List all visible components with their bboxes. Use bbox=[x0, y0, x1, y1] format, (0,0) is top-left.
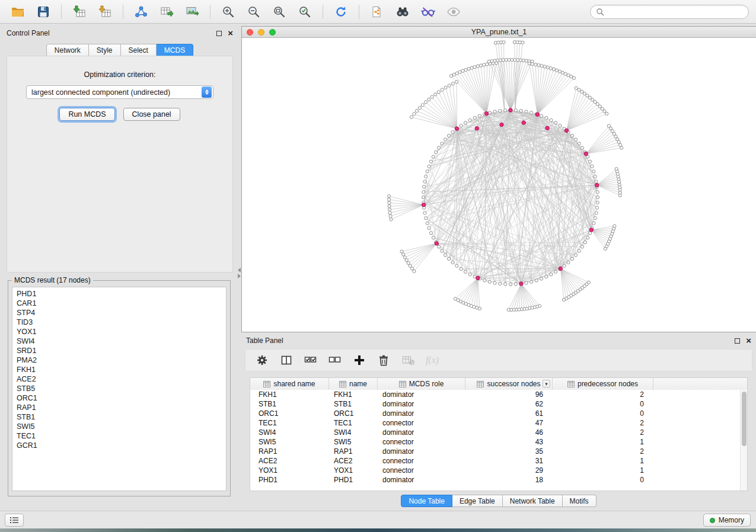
toolbar-separator bbox=[61, 5, 62, 19]
show-columns-button[interactable] bbox=[279, 353, 294, 367]
table-row[interactable]: TEC1TEC1connector472 bbox=[250, 418, 740, 428]
export-image-button[interactable] bbox=[181, 3, 203, 21]
app-window: Control Panel × NetworkStyleSelectMCDS O… bbox=[0, 0, 756, 532]
tab-mcds[interactable]: MCDS bbox=[157, 44, 193, 57]
float-panel-button[interactable] bbox=[216, 31, 222, 36]
add-column-button[interactable] bbox=[352, 353, 366, 367]
mcds-button-row: Run MCDS Close panel bbox=[7, 108, 232, 121]
glasses-icon bbox=[421, 5, 435, 18]
vertical-splitter[interactable] bbox=[237, 26, 241, 508]
column-header-name[interactable]: name bbox=[329, 378, 378, 390]
close-panel-button[interactable]: × bbox=[228, 30, 233, 36]
zoom-fit-icon bbox=[273, 5, 286, 18]
import-table-button[interactable] bbox=[94, 3, 116, 21]
network-from-clipboard-button[interactable] bbox=[366, 3, 388, 21]
mcds-result-item[interactable]: ACE2 bbox=[12, 374, 226, 384]
search-input[interactable] bbox=[607, 8, 743, 16]
column-header-shared-name[interactable]: shared name bbox=[250, 378, 329, 390]
apply-layout-button[interactable] bbox=[330, 3, 352, 21]
mcds-result-item[interactable]: ORC1 bbox=[12, 393, 226, 403]
table-row[interactable]: YOX1YOX1connector291 bbox=[250, 466, 740, 475]
table-row[interactable]: PHD1PHD1dominator180 bbox=[250, 475, 740, 485]
save-session-button[interactable] bbox=[33, 3, 54, 21]
tab-network-table[interactable]: Network Table bbox=[503, 495, 563, 507]
folder-icon bbox=[11, 5, 25, 18]
table-row[interactable]: ORC1ORC1dominator610 bbox=[250, 409, 740, 418]
mcds-result-item[interactable]: STP4 bbox=[12, 308, 226, 318]
mcds-result-item[interactable]: PHD1 bbox=[12, 289, 226, 299]
mcds-result-item[interactable]: TEC1 bbox=[12, 431, 226, 441]
select-all-columns-button[interactable] bbox=[304, 353, 318, 367]
zoom-out-button[interactable] bbox=[243, 3, 264, 21]
find-button[interactable] bbox=[392, 3, 413, 21]
mcds-result-list: PHD1CAR1STP4TID3YOX1SWI4SRD1PMA2FKH1ACE2… bbox=[12, 287, 227, 491]
zoom-in-button[interactable] bbox=[218, 3, 239, 21]
tab-edge-table[interactable]: Edge Table bbox=[452, 495, 503, 507]
column-type-icon bbox=[567, 381, 575, 387]
desktop-background bbox=[0, 528, 756, 532]
tab-style[interactable]: Style bbox=[89, 44, 121, 57]
network-window: YPA_prune.txt_1 bbox=[241, 26, 756, 332]
search-box[interactable] bbox=[590, 5, 749, 19]
tab-motifs[interactable]: Motifs bbox=[563, 495, 596, 507]
tab-node-table[interactable]: Node Table bbox=[401, 495, 452, 507]
scrollbar-thumb[interactable] bbox=[742, 392, 747, 446]
network-window-title: YPA_prune.txt_1 bbox=[242, 28, 756, 36]
criterion-dropdown[interactable]: largest connected component (undirected) bbox=[26, 85, 213, 99]
table-bottom-tabs: Node TableEdge TableNetwork TableMotifs bbox=[241, 495, 756, 507]
run-mcds-button[interactable]: Run MCDS bbox=[59, 108, 114, 121]
sort-menu-caret-icon[interactable]: ▾ bbox=[543, 380, 550, 387]
table-row[interactable]: FKH1FKH1dominator962 bbox=[250, 390, 740, 399]
mcds-result-item[interactable]: SRD1 bbox=[12, 346, 226, 355]
mcds-result-item[interactable]: STB1 bbox=[12, 412, 226, 422]
show-panels-button[interactable] bbox=[5, 514, 24, 527]
table-row[interactable]: ACE2ACE2connector311 bbox=[250, 456, 740, 466]
mcds-result-item[interactable]: FKH1 bbox=[12, 365, 226, 374]
hide-detail-button[interactable] bbox=[417, 3, 439, 21]
fx-label: f(x) bbox=[426, 355, 439, 366]
mcds-tab-pane: Optimization criterion: largest connecte… bbox=[7, 56, 233, 273]
clipboard-network-icon bbox=[371, 5, 384, 18]
mcds-result-item[interactable]: SWI4 bbox=[12, 336, 226, 346]
mcds-result-item[interactable]: RAP1 bbox=[12, 403, 226, 412]
export-network-button[interactable] bbox=[130, 3, 152, 21]
network-graph[interactable] bbox=[242, 39, 755, 332]
close-table-panel-button[interactable]: × bbox=[746, 338, 751, 344]
table-row[interactable]: SWI4SWI4dominator462 bbox=[250, 428, 740, 437]
open-file-button[interactable] bbox=[7, 3, 28, 21]
export-table-button[interactable] bbox=[156, 3, 177, 21]
network-canvas[interactable] bbox=[242, 39, 756, 332]
memory-button[interactable]: Memory bbox=[703, 514, 751, 527]
zoom-selected-button[interactable] bbox=[294, 3, 315, 21]
mcds-result-item[interactable]: PMA2 bbox=[12, 355, 226, 365]
table-row[interactable]: RAP1RAP1dominator352 bbox=[250, 447, 740, 456]
column-header-successor-nodes[interactable]: successor nodes▾ bbox=[465, 378, 553, 390]
close-mcds-panel-button[interactable]: Close panel bbox=[123, 108, 180, 121]
mcds-result-item[interactable]: SWI5 bbox=[12, 422, 226, 431]
tab-network[interactable]: Network bbox=[46, 44, 89, 57]
columns-icon bbox=[280, 354, 292, 366]
import-table-disabled-button bbox=[401, 353, 415, 367]
import-network-button[interactable] bbox=[69, 3, 90, 21]
table-scrollbar[interactable] bbox=[740, 390, 747, 491]
mcds-result-item[interactable]: YOX1 bbox=[12, 327, 226, 336]
zoom-fit-button[interactable] bbox=[269, 3, 290, 21]
splitter-handle-icon[interactable] bbox=[237, 267, 241, 280]
table-settings-button[interactable] bbox=[255, 353, 269, 367]
tab-select[interactable]: Select bbox=[121, 44, 157, 57]
column-header-predecessor-nodes[interactable]: predecessor nodes bbox=[553, 378, 653, 390]
control-panel-header: Control Panel × bbox=[3, 27, 237, 39]
table-row[interactable]: STB1STB1dominator620 bbox=[250, 399, 740, 409]
delete-column-button[interactable] bbox=[377, 353, 391, 367]
mcds-result-item[interactable]: GCR1 bbox=[12, 441, 226, 450]
column-header-mcds-role[interactable]: MCDS role bbox=[378, 378, 465, 390]
table-row[interactable]: SWI5SWI5connector431 bbox=[250, 437, 740, 447]
mcds-result-item[interactable]: STB5 bbox=[12, 384, 226, 393]
unselect-all-columns-button[interactable] bbox=[328, 353, 342, 367]
network-window-titlebar[interactable]: YPA_prune.txt_1 bbox=[242, 27, 756, 38]
toolbar-separator bbox=[359, 5, 359, 19]
mcds-result-item[interactable]: CAR1 bbox=[12, 299, 226, 308]
memory-label: Memory bbox=[719, 516, 744, 524]
float-table-panel-button[interactable] bbox=[735, 338, 740, 344]
mcds-result-item[interactable]: TID3 bbox=[12, 318, 226, 327]
